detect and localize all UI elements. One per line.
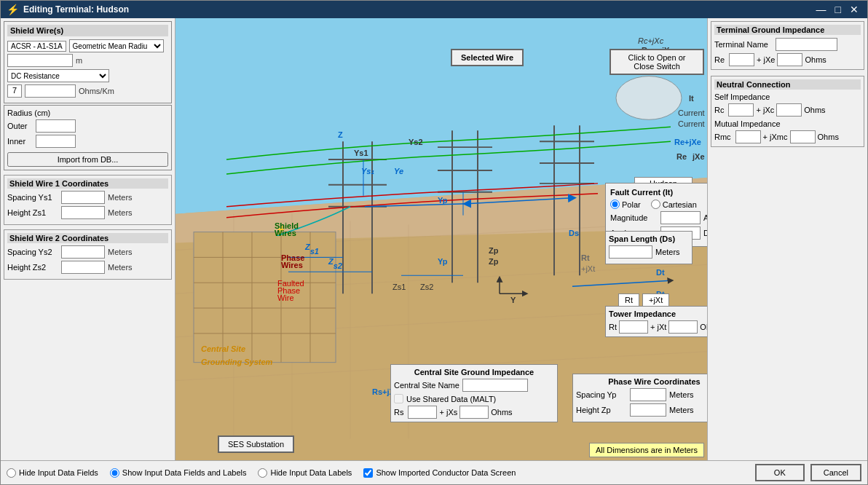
fault-type-row: Polar Cartesian [610, 200, 707, 209]
jxc-input[interactable]: 0 [776, 103, 802, 117]
gmr-row: 0.00690678 m [7, 54, 168, 67]
phase-wire-title: Phase Wire Coordinates [576, 377, 707, 386]
height-zs1-input[interactable]: 40 [61, 206, 105, 219]
terminal-name-row: Terminal Name Hudson [714, 38, 861, 51]
height-zp-input[interactable]: 30 [630, 403, 666, 417]
svg-text:Zp: Zp [489, 246, 499, 255]
cartesian-radio[interactable] [651, 200, 660, 209]
mutual-impedance-label: Mutual Impedance [714, 119, 861, 128]
ok-button[interactable]: OK [755, 464, 805, 481]
polar-radio[interactable] [610, 200, 620, 209]
rt-box: Rt [618, 293, 639, 307]
dc-resistance-select[interactable]: DC Resistance [7, 69, 109, 82]
hide-input-radio-label[interactable]: Hide Input Data Fields [7, 468, 98, 478]
svg-text:Ye: Ye [394, 167, 403, 176]
show-imported-checkbox-label[interactable]: Show Imported Conductor Data Screen [363, 468, 516, 478]
csg-rs-label: Rs [394, 408, 403, 417]
csg-rs-input[interactable]: 0.5 [408, 406, 437, 419]
terminal-jxe-input[interactable]: 0 [777, 53, 802, 66]
dc-resistance-unit: Ohms/Km [79, 87, 114, 95]
spacing-yp-row: Spacing Yp 10 Meters [576, 388, 707, 401]
svg-text:Rt: Rt [581, 253, 590, 262]
hide-input-radio[interactable] [7, 468, 16, 478]
jxt-input[interactable]: 0 [668, 320, 698, 334]
span-length-input[interactable]: 200 [609, 245, 652, 259]
csg-name-input[interactable]: SES Substation [462, 379, 528, 392]
inner-input[interactable]: 0.216 [36, 135, 76, 148]
jxmc-input[interactable]: 0 [790, 130, 816, 143]
shield-wire2-section: Shield Wire 2 Coordinates Spacing Ys2 0 … [4, 229, 172, 280]
ses-substation-button[interactable]: SES Substation [218, 435, 294, 453]
dc-resistance-input[interactable]: 0.1093 [25, 84, 76, 98]
height-zp-row: Height Zp 30 Meters [576, 403, 707, 417]
click-switch-button[interactable]: Click to Open orClose Switch [609, 49, 704, 75]
center-diagram: ⚡ [175, 18, 707, 460]
app-icon: ⚡ [7, 4, 19, 15]
csg-shared-checkbox[interactable] [394, 394, 403, 403]
terminal-ground-panel: Terminal Ground Impedance Terminal Name … [711, 21, 864, 70]
selected-wire-button[interactable]: Selected Wire [451, 49, 524, 66]
height-zs1-label: Height Zs1 [7, 208, 58, 217]
height-zs2-label: Height Zs2 [7, 263, 58, 272]
polar-radio-label[interactable]: Polar [610, 200, 641, 209]
svg-text:Y: Y [510, 296, 516, 304]
spacing-ys1-label: Spacing Ys1 [7, 193, 58, 202]
spacing-ys2-label: Spacing Ys2 [7, 248, 58, 256]
svg-text:It: It [689, 94, 694, 103]
spacing-ys2-input[interactable]: 0 [61, 245, 105, 259]
rc-input[interactable]: 0 [728, 103, 754, 117]
rt-box-label: Rt [625, 296, 633, 304]
spacing-ys1-input[interactable]: 10 [61, 191, 105, 204]
cartesian-radio-label[interactable]: Cartesian [651, 200, 697, 209]
minimize-button[interactable]: — [813, 4, 829, 15]
gmr-select[interactable]: Geometric Mean Radiu [69, 39, 164, 52]
spacing-ys2-row: Spacing Ys2 0 Meters [7, 245, 168, 259]
magnitude-row: Magnitude 5000 Amps [610, 211, 707, 224]
spacing-yp-input[interactable]: 10 [630, 388, 666, 401]
svg-text:Wire: Wire [277, 293, 294, 302]
outer-input[interactable]: 1.08 [36, 119, 76, 133]
height-zs2-input[interactable]: 40 [61, 261, 105, 274]
height-zp-unit: Meters [669, 406, 694, 414]
outer-row: Outer 1.08 [7, 119, 168, 133]
maximize-button[interactable]: □ [832, 4, 844, 15]
rc-label: Rc [714, 106, 724, 114]
import-db-button[interactable]: Import from DB... [7, 152, 168, 167]
csg-impedance-row: Rs 0.5 + jXs 0 Ohms [394, 406, 554, 419]
central-site-ground-panel: Central Site Ground Impedance Central Si… [390, 364, 558, 422]
span-length-row: 200 Meters [609, 245, 689, 259]
gmr-unit: m [76, 56, 82, 65]
height-zs2-row: Height Zs2 40 Meters [7, 261, 168, 274]
close-button[interactable]: ✕ [847, 4, 861, 15]
svg-text:Ys1: Ys1 [354, 149, 368, 157]
magnitude-input[interactable]: 5000 [660, 211, 701, 224]
show-imported-checkbox[interactable] [363, 468, 373, 478]
height-zs1-row: Height Zs1 40 Meters [7, 206, 168, 219]
jxt-box-label: +jXt [649, 296, 663, 304]
angle-unit: Degrees [703, 229, 707, 237]
mutual-impedance-row: Rmc 0 + jXmc 0 Ohms [714, 130, 861, 143]
dc-resistance-row: DC Resistance [7, 69, 168, 82]
cancel-button[interactable]: Cancel [810, 464, 861, 481]
show-input-radio-label[interactable]: Show Input Data Fields and Labels [110, 468, 247, 478]
spacing-yp-unit: Meters [669, 390, 694, 399]
hide-labels-radio[interactable] [258, 468, 267, 478]
terminal-name-input[interactable]: Hudson [776, 38, 837, 51]
csg-jxs-input[interactable]: 0 [459, 406, 489, 419]
inner-label: Inner [7, 137, 33, 146]
csg-name-label: Central Site Name [394, 381, 459, 390]
terminal-re-input[interactable]: 2 [729, 53, 754, 66]
all-dimensions-label: All Dimensions are in Meters [589, 443, 704, 457]
outer-label: Outer [7, 122, 33, 130]
csg-shared-label: Use Shared Data (MALT) [406, 395, 496, 403]
rmc-input[interactable]: 0 [735, 130, 761, 143]
acsr-row: ACSR - A1-S1A Geometric Mean Radiu [7, 39, 168, 52]
show-input-radio[interactable] [110, 468, 119, 478]
hide-labels-radio-label[interactable]: Hide Input Data Labels [258, 468, 352, 478]
rt-input[interactable]: 10 [619, 320, 648, 334]
gmr-input[interactable]: 0.00690678 [7, 54, 73, 67]
shield-wire1-section: Shield Wire 1 Coordinates Spacing Ys1 10… [4, 175, 172, 225]
terminal-re-label: Re [714, 55, 725, 64]
self-impedance-label: Self Impedance [714, 92, 861, 101]
left-panel: Shield Wire(s) ACSR - A1-S1A Geometric M… [1, 18, 175, 460]
